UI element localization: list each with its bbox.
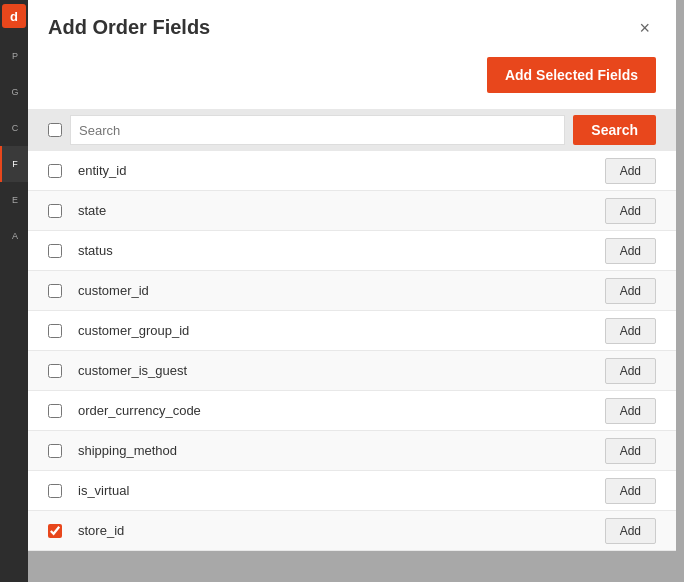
- table-row: store_idAdd: [28, 511, 676, 551]
- sidebar-item-p[interactable]: P: [0, 38, 28, 74]
- add-field-button-entity_id[interactable]: Add: [605, 158, 656, 184]
- add-field-button-store_id[interactable]: Add: [605, 518, 656, 544]
- table-row: shipping_methodAdd: [28, 431, 676, 471]
- add-field-button-shipping_method[interactable]: Add: [605, 438, 656, 464]
- field-name-label: order_currency_code: [78, 403, 605, 418]
- table-row: customer_is_guestAdd: [28, 351, 676, 391]
- dialog-toolbar: Add Selected Fields: [28, 51, 676, 109]
- field-checkbox-customer_group_id[interactable]: [48, 324, 62, 338]
- field-name-label: customer_id: [78, 283, 605, 298]
- table-row: is_virtualAdd: [28, 471, 676, 511]
- table-row: statusAdd: [28, 231, 676, 271]
- add-field-button-status[interactable]: Add: [605, 238, 656, 264]
- add-field-button-is_virtual[interactable]: Add: [605, 478, 656, 504]
- main-content: Add Order Fields × Add Selected Fields S…: [28, 0, 684, 582]
- sidebar-item-c[interactable]: C: [0, 110, 28, 146]
- field-name-label: store_id: [78, 523, 605, 538]
- table-row: stateAdd: [28, 191, 676, 231]
- search-bar: Search: [28, 109, 676, 151]
- search-button[interactable]: Search: [573, 115, 656, 145]
- field-name-label: status: [78, 243, 605, 258]
- dialog-title: Add Order Fields: [48, 16, 210, 39]
- field-name-label: shipping_method: [78, 443, 605, 458]
- field-name-label: state: [78, 203, 605, 218]
- field-checkbox-state[interactable]: [48, 204, 62, 218]
- field-checkbox-is_virtual[interactable]: [48, 484, 62, 498]
- fields-list: entity_idAddstateAddstatusAddcustomer_id…: [28, 151, 676, 551]
- add-field-button-state[interactable]: Add: [605, 198, 656, 224]
- dialog-header: Add Order Fields ×: [28, 0, 676, 51]
- sidebar-item-a[interactable]: A: [0, 218, 28, 254]
- add-field-button-order_currency_code[interactable]: Add: [605, 398, 656, 424]
- table-row: order_currency_codeAdd: [28, 391, 676, 431]
- field-name-label: is_virtual: [78, 483, 605, 498]
- field-checkbox-shipping_method[interactable]: [48, 444, 62, 458]
- table-row: entity_idAdd: [28, 151, 676, 191]
- field-checkbox-order_currency_code[interactable]: [48, 404, 62, 418]
- search-input[interactable]: [70, 115, 565, 145]
- sidebar-item-e[interactable]: E: [0, 182, 28, 218]
- add-field-button-customer_is_guest[interactable]: Add: [605, 358, 656, 384]
- field-checkbox-entity_id[interactable]: [48, 164, 62, 178]
- select-all-checkbox[interactable]: [48, 123, 62, 137]
- field-name-label: customer_is_guest: [78, 363, 605, 378]
- field-checkbox-store_id[interactable]: [48, 524, 62, 538]
- field-checkbox-status[interactable]: [48, 244, 62, 258]
- close-button[interactable]: ×: [633, 17, 656, 39]
- add-field-button-customer_group_id[interactable]: Add: [605, 318, 656, 344]
- field-name-label: customer_group_id: [78, 323, 605, 338]
- field-name-label: entity_id: [78, 163, 605, 178]
- add-field-button-customer_id[interactable]: Add: [605, 278, 656, 304]
- sidebar-nav: P G C F E A: [0, 38, 28, 254]
- sidebar-item-f[interactable]: F: [0, 146, 28, 182]
- dialog-overlay: Add Order Fields × Add Selected Fields S…: [28, 0, 684, 582]
- table-row: customer_group_idAdd: [28, 311, 676, 351]
- sidebar-item-g[interactable]: G: [0, 74, 28, 110]
- sidebar: d P G C F E A: [0, 0, 28, 582]
- add-order-fields-dialog: Add Order Fields × Add Selected Fields S…: [28, 0, 676, 551]
- table-row: customer_idAdd: [28, 271, 676, 311]
- field-checkbox-customer_id[interactable]: [48, 284, 62, 298]
- sidebar-logo: d: [2, 4, 26, 28]
- add-selected-fields-button[interactable]: Add Selected Fields: [487, 57, 656, 93]
- field-checkbox-customer_is_guest[interactable]: [48, 364, 62, 378]
